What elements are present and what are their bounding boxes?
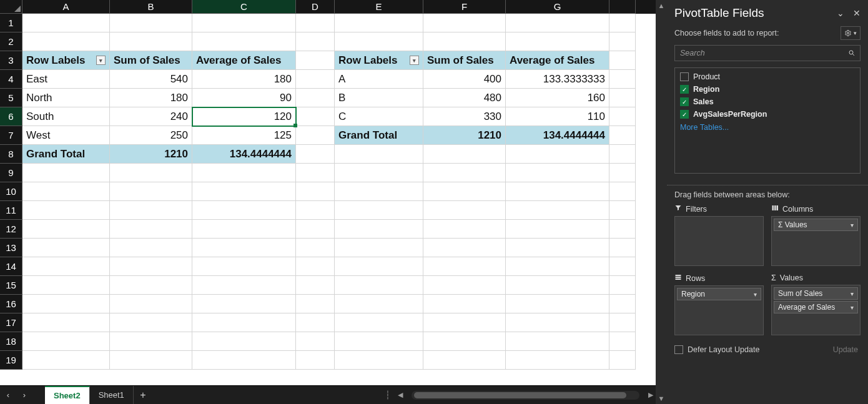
spreadsheet-grid[interactable]: ABCDEFG 123Row Labels▾Sum of SalesAverag… <box>0 0 656 385</box>
cell-E1[interactable] <box>335 14 423 32</box>
cell-G13[interactable] <box>506 239 609 257</box>
cell-E2[interactable] <box>335 32 423 51</box>
row-header-17[interactable]: 17 <box>0 313 22 332</box>
cell-G16[interactable] <box>506 295 609 313</box>
cell-D15[interactable] <box>296 276 335 295</box>
checkbox-icon[interactable] <box>680 72 689 81</box>
cell-E14[interactable] <box>335 257 423 276</box>
tab-nav-prev[interactable]: ‹ <box>0 390 16 400</box>
cell-D2[interactable] <box>296 32 335 51</box>
pivot1-row-avg[interactable]: 90 <box>192 89 296 107</box>
cell-D3[interactable] <box>296 51 335 70</box>
cell-D9[interactable] <box>296 164 335 182</box>
cell-1[interactable] <box>609 14 636 32</box>
add-sheet-button[interactable]: + <box>134 390 152 401</box>
row-header-8[interactable]: 8 <box>0 145 22 164</box>
pivot2-total-avg[interactable]: 134.4444444 <box>506 126 609 145</box>
field-item-avgsalesperregion[interactable]: ✓AvgSalesPerRegion <box>679 108 856 121</box>
row-header-5[interactable]: 5 <box>0 89 22 107</box>
cell-F2[interactable] <box>423 32 506 51</box>
cell-C11[interactable] <box>192 201 296 220</box>
cell-E10[interactable] <box>335 182 423 201</box>
cell-F12[interactable] <box>423 220 506 239</box>
pivot1-row-avg[interactable]: 125 <box>192 126 296 145</box>
cell-D17[interactable] <box>296 313 335 332</box>
cell-B17[interactable] <box>110 313 192 332</box>
hscroll-thumb[interactable] <box>414 392 626 398</box>
field-item-region[interactable]: ✓Region <box>679 83 856 96</box>
pivot1-rowlabels-header[interactable]: Row Labels▾ <box>22 51 110 70</box>
cell-13[interactable] <box>609 239 636 257</box>
cell-B12[interactable] <box>110 220 192 239</box>
pivot2-total-sum[interactable]: 1210 <box>423 126 506 145</box>
cell-D14[interactable] <box>296 257 335 276</box>
cell-B1[interactable] <box>110 14 192 32</box>
checkbox-icon[interactable]: ✓ <box>680 97 689 106</box>
panel-collapse-icon[interactable]: ⌄ <box>837 8 844 18</box>
columns-box[interactable]: Σ Values▾ <box>771 216 861 266</box>
cell-A14[interactable] <box>22 257 110 276</box>
cell-F19[interactable] <box>423 351 506 370</box>
row-header-15[interactable]: 15 <box>0 276 22 295</box>
cell-2[interactable] <box>609 32 636 51</box>
cell-G9[interactable] <box>506 164 609 182</box>
column-header-B[interactable]: B <box>110 0 192 14</box>
cell-F14[interactable] <box>423 257 506 276</box>
cell-B2[interactable] <box>110 32 192 51</box>
column-header-D[interactable]: D <box>296 0 335 14</box>
pivot2-sum-header[interactable]: Sum of Sales <box>423 51 506 70</box>
cell-C15[interactable] <box>192 276 296 295</box>
cell-10[interactable] <box>609 182 636 201</box>
cell-G10[interactable] <box>506 182 609 201</box>
pivot1-row-label[interactable]: South <box>22 107 110 126</box>
cell-D12[interactable] <box>296 220 335 239</box>
cell-D7[interactable] <box>296 126 335 145</box>
row-header-9[interactable]: 9 <box>0 164 22 182</box>
cell-A2[interactable] <box>22 32 110 51</box>
cell-G1[interactable] <box>506 14 609 32</box>
sheet-tab-active[interactable]: Sheet2 <box>45 386 90 404</box>
column-header-A[interactable]: A <box>22 0 110 14</box>
hscroll-right[interactable]: ▶ <box>646 391 656 399</box>
cell-G15[interactable] <box>506 276 609 295</box>
cell-D10[interactable] <box>296 182 335 201</box>
pivot1-row-sum[interactable]: 180 <box>110 89 192 107</box>
cell-C17[interactable] <box>192 313 296 332</box>
cell-D11[interactable] <box>296 201 335 220</box>
chevron-down-icon[interactable]: ▾ <box>851 290 854 297</box>
cell-A1[interactable] <box>22 14 110 32</box>
pivot2-row-avg[interactable]: 160 <box>506 89 609 107</box>
cell-D18[interactable] <box>296 332 335 351</box>
row-header-2[interactable]: 2 <box>0 32 22 51</box>
cell-E9[interactable] <box>335 164 423 182</box>
panel-close-icon[interactable]: ✕ <box>853 8 861 18</box>
cell-D16[interactable] <box>296 295 335 313</box>
pivot2-row-label[interactable]: B <box>335 89 423 107</box>
cell-B10[interactable] <box>110 182 192 201</box>
cell-A16[interactable] <box>22 295 110 313</box>
cell-B16[interactable] <box>110 295 192 313</box>
row-header-18[interactable]: 18 <box>0 332 22 351</box>
cell-8[interactable] <box>609 145 636 164</box>
rows-box[interactable]: Region▾ <box>674 285 764 335</box>
cell-B15[interactable] <box>110 276 192 295</box>
cell-B19[interactable] <box>110 351 192 370</box>
pivot2-avg-header[interactable]: Average of Sales <box>506 51 609 70</box>
filter-dropdown-icon[interactable]: ▾ <box>410 56 419 65</box>
pivot1-row-avg[interactable]: 180 <box>192 70 296 89</box>
cell-7[interactable] <box>609 126 636 145</box>
select-all-corner[interactable] <box>0 0 22 14</box>
vertical-scrollbar[interactable]: ▲ ▼ <box>656 0 667 404</box>
hscroll-track[interactable] <box>412 391 639 400</box>
cell-G18[interactable] <box>506 332 609 351</box>
more-tables-link[interactable]: More Tables... <box>679 121 856 134</box>
cell-G8[interactable] <box>506 145 609 164</box>
cell-F15[interactable] <box>423 276 506 295</box>
cell-C12[interactable] <box>192 220 296 239</box>
cell-G17[interactable] <box>506 313 609 332</box>
cell-E18[interactable] <box>335 332 423 351</box>
cell-E12[interactable] <box>335 220 423 239</box>
cell-F10[interactable] <box>423 182 506 201</box>
column-header-G[interactable]: G <box>506 0 609 14</box>
cell-A9[interactable] <box>22 164 110 182</box>
